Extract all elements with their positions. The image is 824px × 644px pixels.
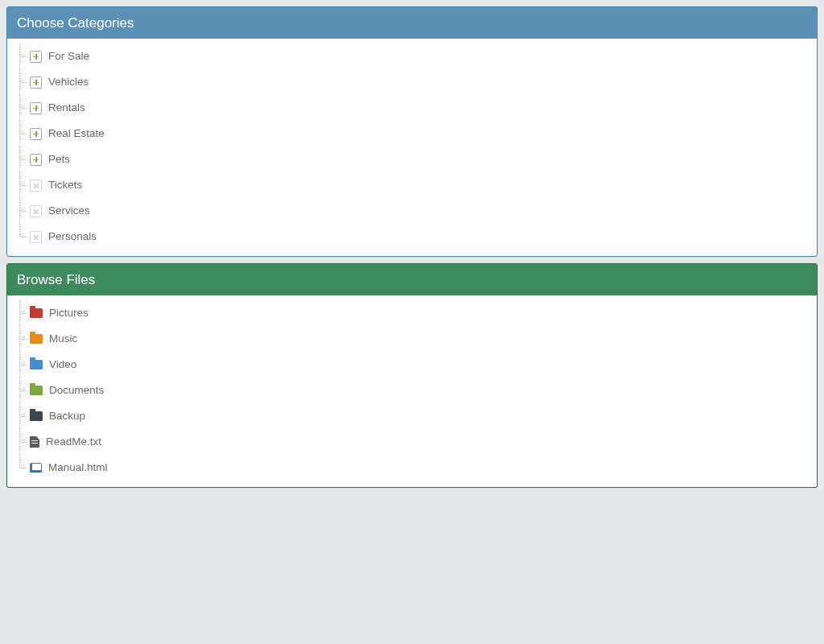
category-real-estate[interactable]: Real Estate (14, 121, 810, 147)
category-personals[interactable]: Personals (14, 224, 810, 250)
category-label: Tickets (48, 178, 82, 192)
file-label: Manual.html (48, 460, 108, 475)
category-for-sale[interactable]: For Sale (14, 43, 810, 69)
file-item-readme[interactable]: ReadMe.txt (14, 429, 810, 455)
file-item-manual[interactable]: Manual.html (14, 455, 810, 481)
category-vehicles[interactable]: Vehicles (14, 69, 810, 95)
leaf-icon (30, 205, 42, 217)
panel-title: Choose Categories (7, 7, 817, 39)
category-tickets[interactable]: Tickets (14, 172, 810, 198)
file-tree: Pictures Music Video Documents (14, 300, 810, 481)
book-icon (30, 463, 42, 473)
folder-icon (30, 386, 43, 395)
category-label: For Sale (48, 49, 89, 64)
category-label: Vehicles (48, 75, 89, 89)
file-item-video[interactable]: Video (14, 352, 810, 378)
panel-body: Pictures Music Video Documents (7, 295, 817, 487)
panel-choose-categories: Choose Categories For Sale Vehicles Rent… (6, 6, 818, 257)
file-item-music[interactable]: Music (14, 326, 810, 352)
file-item-pictures[interactable]: Pictures (14, 300, 810, 326)
leaf-icon (30, 180, 42, 192)
leaf-icon (30, 231, 42, 243)
expand-icon[interactable] (30, 102, 42, 114)
category-tree: For Sale Vehicles Rentals Real Estate (14, 43, 810, 250)
category-label: Services (48, 204, 90, 218)
file-item-documents[interactable]: Documents (14, 378, 810, 403)
folder-icon (30, 411, 43, 421)
category-rentals[interactable]: Rentals (14, 95, 810, 121)
folder-icon (30, 334, 43, 344)
file-label: Video (49, 357, 76, 372)
category-label: Personals (48, 229, 97, 244)
category-label: Pets (48, 152, 70, 167)
category-label: Real Estate (48, 126, 105, 141)
folder-icon (30, 308, 43, 318)
expand-icon[interactable] (30, 76, 42, 89)
file-label: Music (49, 332, 77, 346)
panel-body: For Sale Vehicles Rentals Real Estate (7, 39, 817, 256)
panel-browse-files: Browse Files Pictures Music Video (6, 263, 818, 488)
expand-icon[interactable] (30, 128, 42, 140)
category-label: Rentals (48, 101, 85, 115)
file-label: Backup (49, 409, 85, 423)
expand-icon[interactable] (30, 154, 42, 166)
folder-icon (30, 360, 43, 369)
file-label: Documents (49, 383, 104, 398)
file-label: Pictures (49, 306, 89, 320)
expand-icon[interactable] (30, 51, 42, 63)
category-services[interactable]: Services (14, 198, 810, 224)
file-item-backup[interactable]: Backup (14, 403, 810, 429)
panel-title: Browse Files (7, 264, 817, 295)
file-text-icon (30, 436, 39, 448)
file-label: ReadMe.txt (46, 435, 101, 449)
category-pets[interactable]: Pets (14, 147, 810, 172)
